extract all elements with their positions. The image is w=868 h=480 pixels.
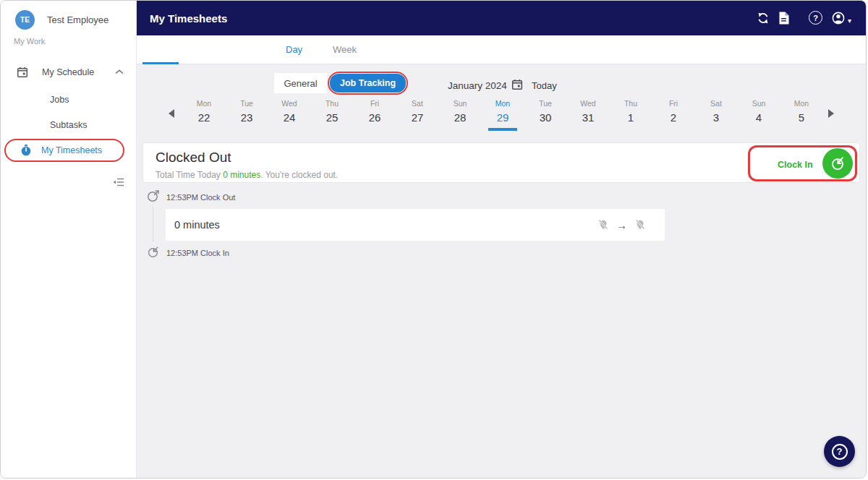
- date-carousel: Mon22 Tue23 Wed24 Thu25 Fri26 Sat27 Sun2…: [137, 99, 867, 134]
- view-tabs: Day Week: [137, 35, 867, 64]
- caret-down-icon[interactable]: ▾: [848, 17, 851, 25]
- help-fab-button[interactable]: ?: [824, 436, 855, 467]
- chevron-up-icon: [115, 69, 124, 75]
- selected-date-underline: [488, 128, 517, 131]
- sidebar-item-label: My Timesheets: [41, 145, 102, 155]
- sidebar-item-jobs[interactable]: Jobs: [50, 95, 69, 105]
- clock-status-subtitle: Total Time Today 0 minutes. You're clock…: [156, 170, 338, 180]
- date-cell[interactable]: Fri26: [359, 99, 391, 124]
- general-toggle-button[interactable]: General: [274, 73, 327, 93]
- avatar: TE: [15, 10, 35, 30]
- user-menu-icon[interactable]: [832, 12, 845, 25]
- clock-in-button[interactable]: Clock In: [748, 145, 857, 181]
- arrow-right-icon: →: [616, 219, 627, 231]
- date-cell[interactable]: Wed31: [572, 99, 604, 124]
- clock-in-stopwatch-icon: [822, 148, 853, 179]
- timeline-connector: [153, 206, 153, 242]
- entry-duration: 0 minutes: [174, 219, 220, 231]
- top-bar: My Timesheets ?: [137, 1, 867, 35]
- total-time-value: 0 minutes: [223, 170, 260, 180]
- carousel-next-icon[interactable]: [828, 109, 834, 118]
- job-tracking-highlight: Job Tracking: [328, 72, 408, 95]
- date-cell[interactable]: Wed24: [273, 99, 305, 124]
- location-off-icon: [634, 219, 646, 231]
- sidebar-item-my-schedule[interactable]: My Schedule: [1, 63, 137, 82]
- clock-status-title: Clocked Out: [156, 150, 231, 166]
- today-button[interactable]: Today: [532, 80, 557, 91]
- date-cell[interactable]: Sun28: [444, 99, 476, 124]
- document-icon[interactable]: [778, 12, 789, 25]
- date-cell[interactable]: Tue30: [529, 99, 561, 124]
- user-name: Test Employee: [47, 14, 109, 25]
- date-cell[interactable]: Sat3: [700, 99, 732, 124]
- sidebar: TE Test Employee My Work My Schedule Job…: [1, 1, 137, 479]
- tab-week[interactable]: Week: [333, 44, 357, 55]
- page-title: My Timesheets: [150, 12, 227, 25]
- refresh-icon[interactable]: [757, 12, 770, 25]
- date-cell[interactable]: Tue23: [231, 99, 263, 124]
- clock-in-event-label: 12:53PM Clock In: [166, 249, 229, 257]
- sidebar-item-my-timesheets[interactable]: My Timesheets: [4, 139, 124, 162]
- job-tracking-toggle-button[interactable]: Job Tracking: [330, 74, 406, 93]
- date-cell[interactable]: Sat27: [401, 99, 433, 124]
- calendar-picker-icon[interactable]: [511, 79, 523, 90]
- help-icon: ?: [832, 444, 848, 460]
- clock-out-event-label: 12:53PM Clock Out: [166, 193, 235, 202]
- app-window: TE Test Employee My Work My Schedule Job…: [0, 0, 867, 479]
- help-icon[interactable]: ?: [809, 11, 822, 25]
- carousel-prev-icon[interactable]: [169, 109, 174, 118]
- clock-in-label: Clock In: [778, 160, 813, 170]
- main-content: General Job Tracking January 2024 Today …: [137, 64, 867, 479]
- date-cell[interactable]: Thu1: [615, 99, 647, 124]
- sidebar-item-subtasks[interactable]: Subtasks: [50, 120, 87, 130]
- timesheet-entry[interactable]: 0 minutes →: [166, 209, 665, 241]
- stopwatch-icon: [21, 145, 31, 156]
- user-row: TE Test Employee: [15, 10, 109, 30]
- location-off-icon: [597, 219, 609, 231]
- clock-in-event-icon: [147, 246, 159, 258]
- tab-day[interactable]: Day: [286, 44, 302, 55]
- collapse-sidebar-icon[interactable]: [113, 178, 124, 187]
- date-cell[interactable]: Mon22: [188, 99, 220, 124]
- date-cell-selected[interactable]: Mon29: [487, 99, 519, 131]
- clock-out-event-icon: [147, 189, 160, 202]
- sidebar-item-label: My Schedule: [42, 67, 94, 77]
- sidebar-section-label: My Work: [14, 37, 45, 46]
- month-label: January 2024: [448, 80, 507, 91]
- date-cell[interactable]: Thu25: [316, 99, 348, 124]
- date-cell[interactable]: Sun4: [743, 99, 775, 124]
- date-cell[interactable]: Fri2: [658, 99, 689, 124]
- date-cell[interactable]: Mon5: [786, 99, 817, 124]
- calendar-icon: [17, 67, 28, 78]
